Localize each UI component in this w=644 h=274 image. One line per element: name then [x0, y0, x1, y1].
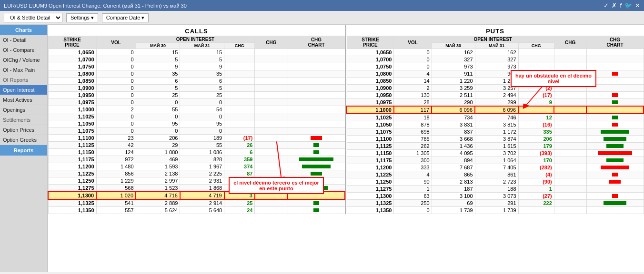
mai30-cell: 95	[136, 120, 180, 127]
chg-cell: (16)	[518, 121, 554, 128]
chg-chart-cell	[586, 70, 644, 78]
chg-value	[255, 92, 288, 99]
mai31-cell: 3 815	[475, 121, 518, 128]
mai30-cell: 290	[432, 99, 475, 107]
chg-chart-cell	[288, 92, 345, 99]
strike-price: 1,0850	[48, 78, 96, 85]
chg-cell	[224, 49, 255, 56]
settings-icon[interactable]: ✕	[635, 2, 640, 9]
table-row: 1,1200 333 7 687 7 405 (282)	[347, 164, 644, 171]
strike-price: 1,0850	[347, 78, 394, 85]
vol-cell: 0	[394, 56, 432, 63]
sidebar-item-oi-compare[interactable]: OI - Compare	[0, 45, 47, 55]
chg-value	[255, 127, 288, 135]
chg-value	[554, 200, 586, 207]
puts-section: PUTS STRIKEPRICE VOL OPEN INTEREST CHG C…	[346, 25, 644, 214]
check-icon[interactable]: ✓	[604, 2, 609, 9]
mai30-cell: 2 813	[432, 178, 475, 186]
strike-price: 1,0900	[347, 85, 394, 92]
vol-cell: 0	[394, 49, 432, 56]
table-row: 1,1350 557 5 624 5 648 24	[48, 207, 345, 214]
sidebar-item-oi-max-pain[interactable]: OI - Max Pain	[0, 65, 47, 75]
chg-value	[255, 156, 288, 163]
charts-section-title: Charts	[0, 25, 47, 35]
puts-mai30-header: МАЙ 30	[432, 43, 475, 49]
strike-price: 1,1175	[347, 157, 394, 164]
strike-price: 1,1125	[48, 142, 96, 149]
twitter-icon[interactable]: 🐦	[624, 2, 632, 9]
chg-cell: 359	[224, 156, 255, 163]
chg-chart-cell	[288, 120, 345, 127]
sidebar-item-oi-detail[interactable]: OI - Detail	[0, 35, 47, 45]
sidebar-item-openings[interactable]: Openings	[0, 105, 47, 115]
table-row: 1,0750 0 9 9	[48, 63, 345, 70]
strike-price: 1,1275	[48, 185, 96, 192]
vol-cell: 4	[394, 70, 432, 78]
chg-chart-cell	[586, 128, 644, 136]
mai30-cell: 5 624	[136, 207, 180, 214]
mai31-cell: 2 494	[475, 92, 518, 99]
strike-price: 1,1225	[347, 171, 394, 178]
chg-value	[554, 56, 586, 63]
vol-cell: 568	[96, 185, 136, 192]
calls-title: CALLS	[48, 25, 345, 36]
vol-cell: 117	[394, 106, 432, 114]
strike-price: 1,1300	[48, 192, 96, 199]
mai30-cell: 3 100	[432, 193, 475, 200]
table-row: 1,0650 0 162 162	[347, 49, 644, 56]
mai31-cell: 1 086	[180, 149, 224, 156]
chg-cell: 3	[224, 192, 255, 199]
chg-value	[554, 136, 586, 143]
mai30-cell: 0	[136, 113, 180, 120]
chg-value	[255, 149, 288, 156]
chg-value	[554, 121, 586, 128]
strike-price: 1,1075	[48, 127, 96, 135]
sidebar-item-oichg-volume[interactable]: OIChg / Volume	[0, 55, 47, 65]
mai30-cell: 7 687	[432, 164, 475, 171]
sidebar-item-open-interest[interactable]: Open Interest	[0, 85, 47, 95]
reports-section-title: Reports	[0, 145, 47, 156]
chg-chart-cell	[586, 186, 644, 193]
title-bar: EUR/USD EUUM9 Open Interest Change: Curr…	[0, 0, 644, 11]
strike-price: 1,1025	[48, 113, 96, 120]
calls-strike-header: STRIKEPRICE	[48, 36, 96, 49]
mai31-cell: 0	[180, 99, 224, 106]
mai30-cell: 2 997	[136, 177, 180, 185]
mai31-cell: 1 615	[475, 143, 518, 150]
view-dropdown[interactable]: OI & Settle Detail	[4, 13, 62, 22]
table-row: 1,0700 0 327 327	[347, 56, 644, 63]
mai31-cell: 55	[180, 142, 224, 149]
chg-value	[255, 199, 288, 207]
mai30-cell: 0	[136, 99, 180, 106]
facebook-icon[interactable]: f	[620, 2, 622, 9]
table-row: 1,0800 4 911 907 (4)	[347, 70, 644, 78]
strike-price: 1,0950	[48, 92, 96, 99]
chg-value	[554, 164, 586, 171]
chg-value	[554, 157, 586, 164]
sidebar-item-most-actives[interactable]: Most Actives	[0, 95, 47, 105]
mai31-cell: 746	[475, 114, 518, 121]
mai31-cell: 327	[475, 56, 518, 63]
vol-cell: 1 020	[96, 192, 136, 199]
calls-section: CALLS STRIKEPRICE VOL OPEN INTEREST CHG …	[48, 25, 346, 214]
chg-chart-cell	[586, 92, 644, 99]
sidebar-item-option-greeks[interactable]: Option Greeks	[0, 135, 47, 145]
mai30-cell: 973	[432, 63, 475, 70]
chg-chart-cell	[586, 99, 644, 107]
vol-cell: 0	[96, 120, 136, 127]
sidebar-item-option-prices[interactable]: Option Prices	[0, 125, 47, 135]
strike-price: 1,0750	[347, 63, 394, 70]
table-row: 1,0650 0 15 15	[48, 49, 345, 56]
chg-cell: 24	[224, 207, 255, 214]
strike-price: 1,1300	[347, 193, 394, 200]
settings-button[interactable]: Settings ▾	[66, 13, 98, 22]
vol-cell: 28	[394, 99, 432, 107]
vol-cell: 0	[96, 78, 136, 85]
table-row: 1,1325 541 2 889 2 914 25	[48, 199, 345, 207]
puts-oi-header: OPEN INTEREST	[432, 36, 554, 43]
strike-price: 1,1175	[48, 156, 96, 163]
close-icon[interactable]: ✗	[612, 2, 617, 9]
chg-chart-cell	[288, 78, 345, 85]
compare-date-button[interactable]: Compare Date ▾	[102, 13, 149, 22]
strike-price: 1,1125	[347, 143, 394, 150]
